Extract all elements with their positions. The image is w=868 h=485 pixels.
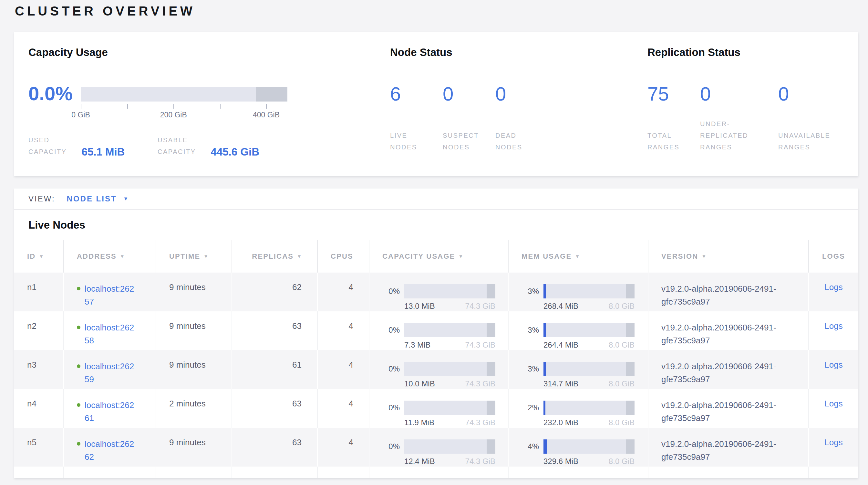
node-capacity-usage: 0% 13.0 MiB 74.3 GiB xyxy=(369,273,508,311)
capacity-used-percent: 0.0% xyxy=(28,83,81,105)
mem-usage-bar xyxy=(544,439,634,454)
node-mem-usage: 3% 268.4 MiB 8.0 GiB xyxy=(508,273,648,311)
capacity-usage-bar xyxy=(404,362,495,376)
node-mem-usage: 4% 329.6 MiB 8.0 GiB xyxy=(508,428,648,466)
node-version: v19.2.0-alpha.20190606-2491-gfe735c9a97 xyxy=(648,350,809,389)
node-logs-link[interactable]: Logs xyxy=(825,360,842,370)
table-row: n4 localhost:26261 2 minutes 63 4 0% 11.… xyxy=(14,389,858,428)
node-capacity-usage: 0% 7.3 MiB 74.3 GiB xyxy=(369,311,508,350)
node-address-link[interactable]: localhost:26259 xyxy=(77,362,137,371)
mem-usage-bar xyxy=(544,401,634,415)
node-cpus: 4 xyxy=(317,273,369,311)
node-id: n5 xyxy=(14,428,64,466)
axis-tick-label: 200 GiB xyxy=(160,111,187,119)
node-logs-link[interactable]: Logs xyxy=(825,437,842,447)
capacity-usage-heading: Capacity Usage xyxy=(28,46,108,59)
table-row: n1 localhost:26257 9 minutes 62 4 0% 13.… xyxy=(14,273,858,311)
node-logs-link[interactable]: Logs xyxy=(825,321,842,331)
node-logs-link[interactable]: Logs xyxy=(825,399,842,408)
table-row: n2 localhost:26258 9 minutes 63 4 0% 7.3… xyxy=(14,311,858,350)
node-address-link[interactable]: localhost:26257 xyxy=(77,284,137,293)
capacity-usage-section: Capacity Usage 0.0% 0 GiB 200 GiB 400 Gi… xyxy=(28,32,319,176)
table-row: n3 localhost:26259 9 minutes 61 4 0% 10.… xyxy=(14,350,858,389)
node-id: n2 xyxy=(14,311,64,350)
nodes-table-card: VIEW: NODE LIST ▼ Live Nodes ID▼ ADDRESS… xyxy=(14,189,858,478)
column-header-id[interactable]: ID▼ xyxy=(14,240,64,273)
live-nodes-table: ID▼ ADDRESS▼ UPTIME▼ REPLICAS▼ CPUS CAPA… xyxy=(14,240,858,478)
table-header-row: ID▼ ADDRESS▼ UPTIME▼ REPLICAS▼ CPUS CAPA… xyxy=(14,240,858,273)
chevron-down-icon: ▼ xyxy=(123,196,128,202)
node-uptime: 9 minutes xyxy=(156,350,232,389)
node-capacity-usage: 0% 11.9 MiB 74.3 GiB xyxy=(369,389,508,428)
column-header-logs: LOGS xyxy=(809,240,858,273)
sort-arrow-icon: ▼ xyxy=(204,254,208,259)
column-header-cpus: CPUS xyxy=(317,240,369,273)
column-header-address[interactable]: ADDRESS▼ xyxy=(64,240,156,273)
node-cpus: 4 xyxy=(317,389,369,428)
column-header-mem-usage[interactable]: MEM USAGE▼ xyxy=(508,240,648,273)
node-version: v19.2.0-alpha.20190606-2491-gfe735c9a97 xyxy=(648,311,809,350)
node-cpus: 4 xyxy=(317,311,369,350)
node-replicas: 62 xyxy=(232,273,317,311)
replication-status-section: Replication Status 75 TOTAL RANGES 0 UND… xyxy=(647,32,861,176)
capacity-usage-bar: 0 GiB 200 GiB 400 GiB xyxy=(81,87,287,102)
sort-arrow-icon: ▼ xyxy=(575,254,580,259)
node-cpus: 4 xyxy=(317,350,369,389)
capacity-usage-bar xyxy=(404,439,495,454)
live-nodes-stat: 6 LIVE NODES xyxy=(390,84,443,153)
node-uptime: 9 minutes xyxy=(156,273,232,311)
node-address-link[interactable]: localhost:26258 xyxy=(77,323,137,333)
node-live-status-icon xyxy=(77,403,81,407)
sort-arrow-icon: ▼ xyxy=(459,254,463,259)
unavailable-ranges-stat: 0 UNAVAILABLE RANGES xyxy=(778,84,861,153)
node-status-heading: Node Status xyxy=(390,46,453,59)
usable-capacity-value: 445.6 GiB xyxy=(211,146,259,158)
sort-arrow-icon: ▼ xyxy=(702,254,706,259)
column-header-uptime[interactable]: UPTIME▼ xyxy=(156,240,232,273)
node-capacity-usage: 0% 10.0 MiB 74.3 GiB xyxy=(369,350,508,389)
capacity-usage-bar xyxy=(404,401,495,415)
table-row: n5 localhost:26262 9 minutes 63 4 0% 12.… xyxy=(14,428,858,466)
node-id: n3 xyxy=(14,350,64,389)
node-version: v19.2.0-alpha.20190606-2491-gfe735c9a97 xyxy=(648,273,809,311)
sort-arrow-icon: ▼ xyxy=(297,254,302,259)
node-cpus: 4 xyxy=(317,428,369,466)
node-logs-link[interactable]: Logs xyxy=(825,282,842,292)
node-uptime: 9 minutes xyxy=(156,428,232,466)
node-uptime: 2 minutes xyxy=(156,389,232,428)
node-mem-usage: 3% 264.4 MiB 8.0 GiB xyxy=(508,311,648,350)
column-header-replicas[interactable]: REPLICAS▼ xyxy=(232,240,317,273)
capacity-bar-other-segment xyxy=(256,87,287,102)
node-uptime: 9 minutes xyxy=(156,311,232,350)
node-version: v19.2.0-alpha.20190606-2491-gfe735c9a97 xyxy=(648,389,809,428)
node-replicas: 63 xyxy=(232,428,317,466)
used-capacity-value: 65.1 MiB xyxy=(82,146,125,158)
capacity-usage-bar xyxy=(404,284,495,298)
node-live-status-icon xyxy=(77,287,81,290)
node-version: v19.2.0-alpha.20190606-2491-gfe735c9a97 xyxy=(648,428,809,466)
column-header-version[interactable]: VERSION▼ xyxy=(648,240,809,273)
node-mem-usage: 3% 314.7 MiB 8.0 GiB xyxy=(508,350,648,389)
node-live-status-icon xyxy=(77,442,81,446)
dead-nodes-stat: 0 DEAD NODES xyxy=(495,84,548,153)
view-dropdown[interactable]: NODE LIST ▼ xyxy=(67,194,128,203)
node-address-link[interactable]: localhost:26262 xyxy=(77,439,137,449)
under-replicated-ranges-stat: 0 UNDER- REPLICATED RANGES xyxy=(700,84,778,153)
capacity-usage-chart: 0.0% 0 GiB 200 GiB 400 GiB xyxy=(28,83,287,105)
node-address-link[interactable]: localhost:26261 xyxy=(77,400,137,410)
page-title: CLUSTER OVERVIEW xyxy=(15,4,195,19)
live-nodes-heading: Live Nodes xyxy=(14,210,858,240)
usable-capacity-stat: USABLE CAPACITY 445.6 GiB xyxy=(158,134,259,158)
mem-usage-bar xyxy=(544,323,634,337)
summary-card: Capacity Usage 0.0% 0 GiB 200 GiB 400 Gi… xyxy=(14,32,858,176)
used-capacity-stat: USED CAPACITY 65.1 MiB xyxy=(28,134,125,158)
column-header-capacity-usage[interactable]: CAPACITY USAGE▼ xyxy=(369,240,508,273)
node-id: n1 xyxy=(14,273,64,311)
axis-tick-label: 400 GiB xyxy=(253,111,280,119)
node-id: n4 xyxy=(14,389,64,428)
sort-arrow-icon: ▼ xyxy=(39,254,43,259)
mem-usage-bar xyxy=(544,362,634,376)
capacity-usage-bar xyxy=(404,323,495,337)
total-ranges-stat: 75 TOTAL RANGES xyxy=(647,84,700,153)
node-replicas: 63 xyxy=(232,311,317,350)
